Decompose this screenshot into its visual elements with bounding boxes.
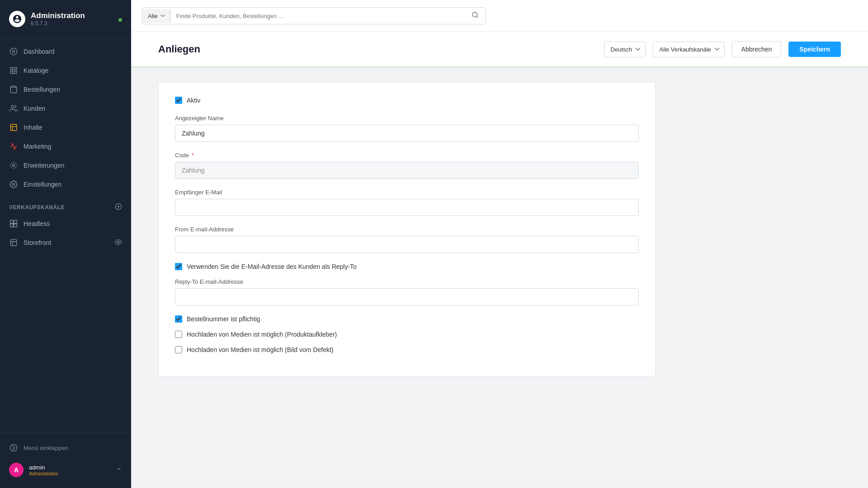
sidebar-item-kunden[interactable]: Kunden (0, 99, 131, 118)
empfaenger-email-group: Empfänger E-Mail (175, 189, 639, 216)
svg-point-11 (13, 164, 15, 167)
svg-rect-3 (14, 67, 17, 70)
code-group: Code * (175, 152, 639, 179)
storefront-icon (9, 238, 18, 247)
svg-line-26 (476, 16, 478, 18)
from-email-group: From E-mail-Addresse (175, 226, 639, 253)
search-button[interactable] (465, 8, 485, 24)
from-email-input[interactable] (175, 236, 639, 253)
svg-point-23 (118, 241, 119, 243)
save-button[interactable]: Speichern (788, 42, 841, 57)
svg-point-7 (11, 105, 14, 108)
reply-to-checkbox-row: Verwenden Sie die E-Mail-Adresse des Kun… (175, 263, 639, 270)
cancel-button[interactable]: Abbrechen (732, 41, 782, 57)
code-input[interactable] (175, 162, 639, 179)
avatar: A (9, 463, 24, 477)
logo-version: 6.5.7.3 (31, 20, 85, 27)
language-select[interactable]: Deutsch (604, 42, 646, 57)
logo-title: Administration (31, 11, 85, 20)
angezeigter-name-input[interactable] (175, 125, 639, 142)
aktiv-label[interactable]: Aktiv (187, 97, 200, 104)
medien-bild-defekt-checkbox[interactable] (175, 346, 182, 353)
sidebar-item-storefront[interactable]: Storefront (0, 233, 131, 252)
headless-icon (9, 219, 18, 228)
search-wrapper: Alle (142, 7, 486, 24)
topbar: Alle (131, 0, 868, 32)
angezeigter-name-label: Angezeigter Name (175, 115, 639, 122)
reply-to-checkbox-label[interactable]: Verwenden Sie die E-Mail-Adresse des Kun… (187, 263, 357, 270)
svg-rect-19 (14, 224, 17, 227)
form-card: Aktiv Angezeigter Name Code * (158, 82, 656, 376)
required-indicator: * (192, 152, 194, 159)
search-category-dropdown[interactable]: Alle (142, 9, 171, 23)
logo-icon (9, 11, 25, 27)
empfaenger-email-input[interactable] (175, 199, 639, 216)
svg-point-0 (10, 48, 17, 55)
aktiv-row: Aktiv (175, 97, 639, 104)
sidebar-item-inhalte[interactable]: Inhalte (0, 118, 131, 137)
bestellungen-icon (9, 85, 18, 94)
sidebar-item-kataloge[interactable]: Kataloge (0, 61, 131, 80)
sidebar-logo: Administration 6.5.7.3 (0, 0, 131, 38)
code-label: Code * (175, 152, 639, 159)
status-dot (118, 18, 122, 22)
page-header: Anliegen Deutsch Alle Verkaufskanäle Abb… (131, 32, 868, 67)
add-sales-channel-icon[interactable] (115, 203, 122, 211)
medien-produktaufkleber-label[interactable]: Hochladen von Medien ist möglich (Produk… (187, 331, 337, 338)
svg-rect-2 (10, 67, 13, 70)
svg-rect-17 (14, 221, 17, 224)
angezeigter-name-group: Angezeigter Name (175, 115, 639, 142)
bestellnummer-checkbox[interactable] (175, 315, 182, 323)
reply-to-checkbox[interactable] (175, 263, 182, 270)
sidebar-item-marketing[interactable]: Marketing (0, 137, 131, 156)
medien-produktaufkleber-row: Hochladen von Medien ist möglich (Produk… (175, 331, 639, 338)
sidebar-bottom: Menü einklappen A admin Administrator (0, 432, 131, 488)
svg-rect-16 (10, 221, 14, 224)
bestellnummer-row: Bestellnummer ist pflichtig (175, 315, 639, 323)
svg-rect-8 (10, 124, 17, 131)
sidebar: Administration 6.5.7.3 Dashboard Katalog… (0, 0, 131, 488)
logo-text: Administration 6.5.7.3 (31, 11, 85, 27)
form-area: Aktiv Angezeigter Name Code * (131, 67, 683, 391)
storefront-visibility-icon[interactable] (115, 239, 122, 247)
reply-to-address-group: Reply-To E-mail-Addresse (175, 278, 639, 305)
sales-channel-select[interactable]: Alle Verkaufskanäle (653, 42, 725, 57)
user-chevron-icon (116, 466, 122, 474)
sidebar-item-einstellungen[interactable]: Einstellungen (0, 175, 131, 194)
svg-point-12 (13, 183, 15, 186)
kunden-icon (9, 104, 18, 113)
svg-rect-4 (10, 71, 13, 74)
nav-menu: Dashboard Kataloge Bestellungen Kunden I… (0, 38, 131, 432)
user-info: admin Administrator (29, 464, 58, 476)
aktiv-checkbox[interactable] (175, 97, 182, 104)
user-profile[interactable]: A admin Administrator (0, 457, 131, 483)
reply-to-input[interactable] (175, 288, 639, 305)
main-content: Alle Anliegen Deutsch Alle Verkaufskanäl… (131, 0, 868, 488)
svg-point-25 (472, 12, 477, 17)
bestellnummer-label[interactable]: Bestellnummer ist pflichtig (187, 315, 260, 323)
reply-to-label: Reply-To E-mail-Addresse (175, 278, 639, 285)
sales-channels-section: Verkaufskanäle (0, 194, 131, 214)
medien-produktaufkleber-checkbox[interactable] (175, 331, 182, 338)
collapse-menu-button[interactable]: Menü einklappen (0, 438, 131, 457)
medien-bild-defekt-label[interactable]: Hochladen von Medien ist möglich (Bild v… (187, 346, 333, 353)
medien-bild-defekt-row: Hochladen von Medien ist möglich (Bild v… (175, 346, 639, 353)
sidebar-item-erweiterungen[interactable]: Erweiterungen (0, 156, 131, 175)
page-title: Anliegen (158, 43, 597, 55)
marketing-icon (9, 142, 18, 151)
kataloge-icon (9, 66, 18, 75)
from-email-label: From E-mail-Addresse (175, 226, 639, 233)
svg-rect-20 (10, 239, 17, 246)
svg-point-24 (10, 445, 17, 451)
sidebar-item-headless[interactable]: Headless (0, 214, 131, 233)
sidebar-item-bestellungen[interactable]: Bestellungen (0, 80, 131, 99)
page-content: Anliegen Deutsch Alle Verkaufskanäle Abb… (131, 32, 868, 488)
collapse-icon (9, 443, 18, 452)
search-input[interactable] (171, 9, 465, 23)
svg-rect-18 (10, 224, 14, 227)
inhalte-icon (9, 123, 18, 132)
empfaenger-email-label: Empfänger E-Mail (175, 189, 639, 196)
sidebar-item-dashboard[interactable]: Dashboard (0, 42, 131, 61)
dashboard-icon (9, 47, 18, 56)
einstellungen-icon (9, 180, 18, 189)
